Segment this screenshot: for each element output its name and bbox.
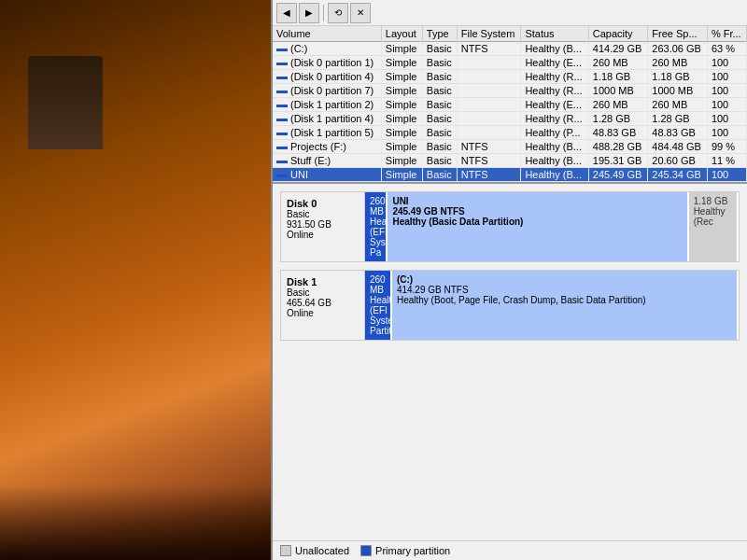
back-button[interactable]: ◀	[276, 3, 297, 23]
partition-1-0[interactable]: 260 MB Healthy (EFI System Partition)	[365, 271, 392, 340]
disk-size-1: 465.64 GB	[287, 298, 359, 308]
close-button[interactable]: ✕	[350, 3, 371, 23]
volume-icon	[276, 63, 288, 65]
partition-name-1-1: (C:)	[397, 274, 732, 285]
table-cell-3: NTFS	[457, 154, 521, 168]
table-cell-7: 100	[707, 112, 746, 126]
col-free[interactable]: Free Sp...	[648, 26, 708, 42]
table-row[interactable]: Stuff (E:)SimpleBasicNTFSHealthy (B...19…	[273, 154, 747, 168]
table-cell-5: 48.83 GB	[588, 126, 648, 140]
table-cell-3	[457, 56, 521, 70]
partition-size-0-2: 1.18 GB	[694, 196, 732, 206]
table-cell-7: 63 %	[707, 42, 746, 56]
table-cell-3	[457, 126, 521, 140]
table-row[interactable]: (Disk 0 partition 1)SimpleBasicHealthy (…	[273, 56, 747, 70]
legend-primary-box	[360, 545, 372, 556]
table-cell-7: 100	[707, 126, 746, 140]
table-cell-5: 195.31 GB	[588, 154, 648, 168]
table-row[interactable]: UNI SimpleBasicNTFSHealthy (B...245.49 G…	[273, 168, 747, 182]
table-cell-5: 1.28 GB	[588, 112, 648, 126]
disk-management-panel: ◀ ▶ ⟲ ✕ Volume Layout Type File System S…	[271, 0, 747, 560]
col-volume[interactable]: Volume	[273, 26, 381, 42]
table-cell-1: Simple	[381, 112, 422, 126]
table-cell-4: Healthy (E...	[521, 98, 588, 112]
partition-health-1-1: Healthy (Boot, Page File, Crash Dump, Ba…	[397, 295, 732, 305]
legend-unallocated-box	[280, 545, 291, 556]
table-cell-6: 260 MB	[648, 98, 708, 112]
table-cell-6: 245.34 GB	[648, 168, 708, 182]
volume-icon	[276, 49, 288, 51]
table-row[interactable]: (Disk 0 partition 4)SimpleBasicHealthy (…	[273, 70, 747, 84]
disk-name-0: Disk 0	[287, 198, 359, 209]
volume-table-body: (C:)SimpleBasicNTFSHealthy (B...414.29 G…	[273, 42, 747, 182]
refresh-button[interactable]: ⟲	[328, 3, 348, 23]
volume-table: Volume Layout Type File System Status Ca…	[273, 26, 747, 182]
table-cell-6: 48.83 GB	[648, 126, 708, 140]
col-type[interactable]: Type	[422, 26, 457, 42]
table-row[interactable]: (C:)SimpleBasicNTFSHealthy (B...414.29 G…	[273, 42, 747, 56]
table-cell-0: Projects (F:)	[273, 140, 381, 154]
table-cell-1: Simple	[381, 126, 422, 140]
partition-0-1[interactable]: UNI 245.49 GB NTFS Healthy (Basic Data P…	[388, 192, 688, 261]
table-row[interactable]: (Disk 0 partition 7)SimpleBasicHealthy (…	[273, 84, 747, 98]
table-cell-7: 100	[707, 70, 746, 84]
table-cell-5: 414.29 GB	[588, 42, 648, 56]
table-cell-3	[457, 70, 521, 84]
table-cell-1: Simple	[381, 56, 422, 70]
partition-0-2[interactable]: 1.18 GB Healthy (Rec	[689, 192, 739, 261]
volume-icon	[276, 91, 288, 93]
table-cell-4: Healthy (B...	[521, 42, 588, 56]
partition-0-0[interactable]: 260 MB Healthy (EFI System Pa	[365, 192, 388, 261]
partition-health-0-1: Healthy (Basic Data Partition)	[392, 217, 682, 227]
col-status[interactable]: Status	[521, 26, 588, 42]
table-row[interactable]: (Disk 1 partition 2)SimpleBasicHealthy (…	[273, 98, 747, 112]
table-cell-5: 260 MB	[588, 56, 648, 70]
table-cell-4: Healthy (P...	[521, 126, 588, 140]
table-cell-2: Basic	[422, 168, 457, 182]
table-cell-0: (Disk 1 partition 5)	[273, 126, 381, 140]
partition-health-1-0: Healthy (EFI System Partition)	[370, 295, 386, 336]
table-row[interactable]: Projects (F:)SimpleBasicNTFSHealthy (B..…	[273, 140, 747, 154]
disk-status-0: Online	[287, 230, 359, 240]
table-cell-7: 99 %	[707, 140, 746, 154]
table-cell-1: Simple	[381, 140, 422, 154]
volume-icon	[276, 161, 288, 163]
legend-unallocated-label: Unallocated	[295, 545, 349, 556]
table-cell-3	[457, 98, 521, 112]
volume-icon	[276, 105, 288, 107]
table-cell-6: 484.48 GB	[648, 140, 708, 154]
col-layout[interactable]: Layout	[381, 26, 422, 42]
partition-size-0-0: 260 MB	[370, 196, 381, 217]
volume-icon	[276, 119, 288, 121]
disk-label-0: Disk 0 Basic 931.50 GB Online	[281, 192, 365, 261]
col-capacity[interactable]: Capacity	[588, 26, 648, 42]
table-cell-2: Basic	[422, 42, 457, 56]
table-cell-1: Simple	[381, 42, 422, 56]
table-cell-1: Simple	[381, 168, 422, 182]
disk-map-area: Disk 0 Basic 931.50 GB Online 260 MB Hea…	[273, 184, 747, 540]
col-pct[interactable]: % Fr...	[707, 26, 746, 42]
table-row[interactable]: (Disk 1 partition 4)SimpleBasicHealthy (…	[273, 112, 747, 126]
table-cell-7: 100	[707, 84, 746, 98]
table-cell-4: Healthy (R...	[521, 84, 588, 98]
col-filesystem[interactable]: File System	[457, 26, 521, 42]
table-cell-4: Healthy (R...	[521, 112, 588, 126]
table-cell-2: Basic	[422, 56, 457, 70]
table-cell-2: Basic	[422, 70, 457, 84]
table-cell-6: 263.06 GB	[648, 42, 708, 56]
table-cell-0: (Disk 1 partition 4)	[273, 112, 381, 126]
photo-background	[0, 0, 271, 560]
table-cell-6: 1.18 GB	[648, 70, 708, 84]
table-cell-5: 260 MB	[588, 98, 648, 112]
table-cell-4: Healthy (B...	[521, 154, 588, 168]
table-row[interactable]: (Disk 1 partition 5)SimpleBasicHealthy (…	[273, 126, 747, 140]
table-cell-7: 11 %	[707, 154, 746, 168]
partition-health-0-0: Healthy (EFI System Pa	[370, 217, 381, 258]
disk-type-1: Basic	[287, 287, 359, 298]
forward-button[interactable]: ▶	[299, 3, 319, 23]
table-cell-2: Basic	[422, 98, 457, 112]
partition-1-1[interactable]: (C:) 414.29 GB NTFS Healthy (Boot, Page …	[392, 271, 739, 340]
table-cell-7: 100	[707, 98, 746, 112]
disk-item-1: Disk 1 Basic 465.64 GB Online 260 MB Hea…	[280, 270, 740, 341]
table-cell-0: (Disk 1 partition 2)	[273, 98, 381, 112]
